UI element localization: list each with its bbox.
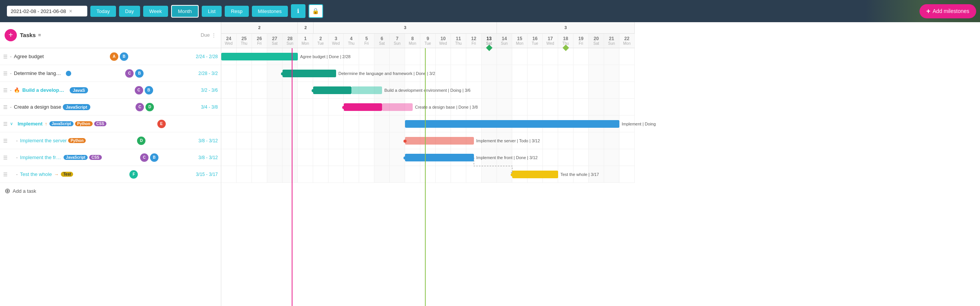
table-row: - Implement the front JavaScript CSS C B… [0,149,221,166]
gantt-bar-light: Create a design base | Done | 3/8 [382,103,413,111]
task-name[interactable]: Implement the front [20,155,62,160]
gantt-day-cell: 20Sat [589,34,604,48]
avatar: C [135,102,145,112]
gantt-bar[interactable] [344,103,382,111]
gantt-col [466,166,482,182]
month-button[interactable]: Month [171,5,199,18]
resp-button[interactable]: Resp [225,6,248,17]
day-number: 25 [242,36,247,41]
gantt-day-cell: 28Sun [283,34,298,48]
fire-icon: 🔥 [14,87,20,93]
drag-handle[interactable] [2,156,8,160]
task-name[interactable]: Implement the server [20,138,67,143]
gantt-col [374,149,390,166]
gantt-bar-dot [511,173,514,176]
gantt-bar-label: Test the whole | 3/17 [560,172,599,177]
avatar: B [144,85,154,95]
filter-icon[interactable]: ≡ [38,32,41,38]
gantt-bar-dot [403,156,407,160]
drag-handle[interactable] [2,139,8,143]
more-icon[interactable]: ⋮ [211,32,216,38]
avatars: C B [124,68,144,78]
task-date: 3/8 - 3/12 [198,155,221,160]
gantt-col [589,65,604,81]
gantt-col [390,149,405,166]
task-name[interactable]: Build a development environment [22,87,68,93]
gantt-col [313,116,328,132]
tasks-title: Tasks [20,32,36,38]
gantt-col [482,82,497,98]
info-button[interactable]: ℹ [291,4,305,18]
day-name: Tue [317,41,324,46]
task-name[interactable]: Implement [18,121,42,127]
gantt-day-cell: 3Wed [328,34,344,48]
task-dash: - [10,70,11,76]
list-button[interactable]: List [202,6,222,17]
gantt-col [221,116,237,132]
avatar: C [124,68,134,78]
gantt-bar[interactable]: Test the whole | 3/17 [512,171,558,178]
gantt-bar[interactable] [313,86,351,94]
drag-handle[interactable] [2,122,8,126]
day-button[interactable]: Day [119,6,140,17]
gantt-bar[interactable]: Agree budget | Done | 2/28 [221,53,298,60]
gantt-bar[interactable]: Implement the front | Done | 3/12 [405,154,474,161]
gantt-col [298,149,313,166]
gantt-day-cell: 24Wed [221,34,237,48]
task-dash: - [10,104,11,110]
week-button[interactable]: Week [143,6,168,17]
gantt-col [604,166,619,182]
gantt-day-cell: 18Thu [558,34,573,48]
gantt-col [573,132,589,149]
gantt-day-cell: 6Sat [374,34,390,48]
add-milestones-plus-icon: + [926,7,931,15]
lock-button[interactable]: 🔒 [309,4,323,18]
tag-javascript: JavaScript [49,121,74,126]
avatars: A B [109,52,129,62]
task-name[interactable]: Agree budget [14,54,44,59]
day-name: Mon [302,41,309,46]
gantt-col [313,166,328,182]
milestones-button[interactable]: Milestones [252,6,288,17]
gantt-col [619,166,635,182]
gantt-col [604,82,619,98]
gantt-day-cell: 17Wed [543,34,558,48]
avatars: C D [135,102,155,112]
drag-handle[interactable] [2,55,8,59]
task-name[interactable]: Test the whole [20,171,52,177]
gantt-col [573,149,589,166]
task-name[interactable]: Create a design base [14,104,61,110]
gantt-col [359,132,374,149]
gantt-bar[interactable]: Implement | Doing [405,120,619,128]
drag-handle[interactable] [2,88,8,92]
add-task-plus-icon: + [8,31,13,39]
avatar: B [134,68,144,78]
drag-handle[interactable] [2,72,8,75]
gantt-bar[interactable]: Determine the language and framework | D… [283,70,336,77]
gantt-col [405,48,420,65]
task-name[interactable]: Determine the language and framework [14,70,64,76]
day-number: 17 [548,36,553,41]
gantt-bar[interactable]: Implement the server | Todo | 3/12 [405,137,474,145]
due-label: Due ⋮ [201,32,216,38]
gantt-col [298,99,313,115]
today-button[interactable]: Today [90,6,116,17]
close-date-icon[interactable]: × [69,8,72,14]
gantt-col [252,149,267,166]
drag-handle[interactable] [2,105,8,109]
gantt-bar-label: Implement the server | Todo | 3/12 [476,138,540,143]
day-number: 20 [594,36,599,41]
collapse-icon[interactable]: ∨ [10,121,16,126]
avatar: E [157,119,167,129]
add-task-row[interactable]: ⊕ Add a task [0,183,221,199]
gantt-col [619,149,635,166]
date-range-selector[interactable]: 2021-02-08 - 2021-06-08 × [7,6,87,16]
drag-handle[interactable] [2,173,8,176]
gantt-day-cell: 26Fri [252,34,267,48]
day-name: Wed [225,41,232,46]
gantt-col [283,82,298,98]
gantt-col [512,48,528,65]
add-milestones-button[interactable]: + Add milestones [920,4,976,18]
add-task-circle-button[interactable]: + [5,29,17,41]
table-row: - Agree budget A B 2/24 - 2/28 [0,48,221,65]
